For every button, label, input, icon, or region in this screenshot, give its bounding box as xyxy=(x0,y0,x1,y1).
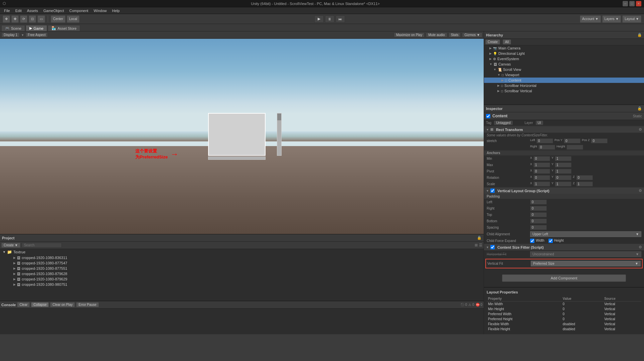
clear-btn[interactable]: Clear xyxy=(17,302,30,307)
maximize-on-play[interactable]: Maximize on Play xyxy=(394,32,425,37)
project-create-btn[interactable]: Create ▼ xyxy=(1,243,20,248)
close-button[interactable]: ✕ xyxy=(636,1,641,6)
project-folder-item[interactable]: ▼ 📁 Textrue xyxy=(0,249,484,255)
inspector-lock-btn[interactable]: 🔒 xyxy=(637,106,642,111)
rot-y[interactable] xyxy=(555,175,572,180)
scale-y[interactable] xyxy=(555,182,572,187)
project-file-item[interactable]: ▶🖼cropped-1920-1080-877547 xyxy=(0,260,484,266)
hierarchy-item[interactable]: ▶□ Content xyxy=(484,78,644,83)
tool-scale[interactable]: ⊡ xyxy=(29,15,36,23)
posy-field[interactable] xyxy=(564,138,581,143)
vlg-settings-icon[interactable]: ⚙ xyxy=(639,189,642,193)
menu-component[interactable]: Component xyxy=(66,8,91,13)
pause-button[interactable]: ⏸ xyxy=(325,15,334,23)
tab-scene[interactable]: 🎮 Scene xyxy=(1,25,25,31)
height-field-rt[interactable] xyxy=(567,145,583,150)
vlg-top-field[interactable] xyxy=(530,212,547,217)
vlg-bottom-field[interactable] xyxy=(530,219,547,224)
vlg-right-field[interactable] xyxy=(530,206,547,211)
menu-edit[interactable]: Edit xyxy=(13,8,24,13)
tool-rect[interactable]: ▭ xyxy=(37,15,45,23)
scale-z[interactable] xyxy=(576,182,593,187)
menu-assets[interactable]: Assets xyxy=(24,8,41,13)
menu-gameobject[interactable]: GameObject xyxy=(41,8,67,13)
hierarchy-item[interactable]: ▶□ Scrollbar Vertical xyxy=(484,88,644,94)
scale-x[interactable] xyxy=(533,182,550,187)
hierarchy-item[interactable]: ▼□ Viewport xyxy=(484,72,644,78)
tab-asset-store[interactable]: 🏪 Asset Store xyxy=(48,25,80,31)
project-lock-btn[interactable]: 🔒 xyxy=(477,236,482,240)
layout-dropdown[interactable]: Layout ▼ xyxy=(622,15,641,23)
rect-transform-settings-icon[interactable]: ⚙ xyxy=(639,127,642,132)
layer-dropdown[interactable]: UI xyxy=(536,121,543,125)
error-pause-btn[interactable]: Error Pause xyxy=(76,302,99,307)
mute-audio[interactable]: Mute audio xyxy=(426,32,447,37)
step-button[interactable]: ⏭ xyxy=(336,15,345,23)
anchor-max-y[interactable] xyxy=(555,162,572,167)
hierarchy-lock-btn[interactable]: 🔒 xyxy=(637,33,642,37)
vlg-left-field[interactable] xyxy=(530,200,547,205)
vlg-child-align-dropdown[interactable]: Upper Left ▼ xyxy=(530,231,641,237)
project-settings-btn[interactable]: ☰ xyxy=(479,243,482,247)
hierarchy-item[interactable]: ▶□ Scrollbar Horizontal xyxy=(484,83,644,88)
hierarchy-item[interactable]: ▶💡 Directional Light xyxy=(484,51,644,56)
menu-window[interactable]: Window xyxy=(91,8,109,13)
csf-checkbox[interactable] xyxy=(490,245,495,249)
anchor-max-x[interactable] xyxy=(533,162,550,167)
anchor-min-x[interactable] xyxy=(533,156,550,161)
rot-x[interactable] xyxy=(533,175,550,180)
tag-dropdown[interactable]: Untagged xyxy=(494,121,512,125)
gizmos-dropdown[interactable]: Gizmos ▼ xyxy=(462,32,482,37)
posz-field[interactable] xyxy=(591,138,608,143)
hierarchy-all-btn[interactable]: All xyxy=(503,39,511,44)
collapse-btn[interactable]: Collapse xyxy=(31,302,49,307)
project-file-item[interactable]: ▶🖼cropped-1920-1080-879628 xyxy=(0,271,484,276)
pivot-center-btn[interactable]: Center xyxy=(51,15,65,23)
hierarchy-item[interactable]: ▶⚙ EventSystem xyxy=(484,56,644,62)
vlg-spacing-field[interactable] xyxy=(530,225,547,230)
stats-btn[interactable]: Stats xyxy=(449,32,461,37)
play-button[interactable]: ▶ xyxy=(314,15,324,23)
pivot-x[interactable] xyxy=(533,169,550,174)
right-field[interactable] xyxy=(538,145,555,150)
maximize-button[interactable]: □ xyxy=(629,1,635,6)
layers-dropdown[interactable]: Layers ▼ xyxy=(602,15,621,23)
project-file-item[interactable]: ▶🖼cropped-1920-1080-980751 xyxy=(0,282,484,287)
vlg-header[interactable]: ▼ Vertical Layout Group (Script) ⚙ xyxy=(484,188,644,194)
add-component-btn[interactable]: Add Component xyxy=(502,274,626,282)
tab-game[interactable]: ▶ Game xyxy=(26,25,47,31)
vlg-checkbox[interactable] xyxy=(490,189,495,193)
csf-header[interactable]: ▼ Content Size Fitter (Script) ⚙ xyxy=(484,244,644,250)
tool-move[interactable]: ✤ xyxy=(11,15,19,23)
tool-hand[interactable]: ✥ xyxy=(3,15,10,23)
aspect-dropdown[interactable]: Free Aspect xyxy=(25,32,48,37)
clear-on-play-btn[interactable]: Clear on Play xyxy=(50,302,75,307)
csf-vertical-dropdown[interactable]: Preferred Size ▼ xyxy=(531,261,641,266)
csf-settings-icon[interactable]: ⚙ xyxy=(639,245,642,249)
hierarchy-create-btn[interactable]: Create xyxy=(485,39,500,44)
hierarchy-item[interactable]: ▶📷 Main Camera xyxy=(484,45,644,51)
tool-rotate[interactable]: ⟳ xyxy=(20,15,27,23)
pivot-y[interactable] xyxy=(555,169,572,174)
csf-horizontal-dropdown[interactable]: Unconstrained ▼ xyxy=(530,251,641,257)
menu-file[interactable]: File xyxy=(1,8,13,13)
menu-help[interactable]: Help xyxy=(109,8,122,13)
minimize-button[interactable]: ─ xyxy=(623,1,628,6)
project-file-item[interactable]: ▶🖼cropped-1920-1080-877551 xyxy=(0,266,484,271)
hierarchy-item[interactable]: ▼🖼 Canvas xyxy=(484,62,644,67)
display-dropdown[interactable]: Display 1 xyxy=(1,32,20,37)
rot-z[interactable] xyxy=(576,175,593,180)
vlg-height-checkbox[interactable] xyxy=(548,239,553,243)
space-local-btn[interactable]: Local xyxy=(67,15,79,23)
hierarchy-item[interactable]: ▼📜 Scroll View xyxy=(484,67,644,72)
anchor-min-y[interactable] xyxy=(555,156,572,161)
account-dropdown[interactable]: Account ▼ xyxy=(580,15,601,23)
vlg-width-checkbox[interactable] xyxy=(530,239,534,243)
left-field[interactable] xyxy=(536,138,553,143)
project-file-item[interactable]: ▶🖼cropped-1920-1080-836311 xyxy=(0,255,484,260)
project-file-item[interactable]: ▶🖼cropped-1920-1080-879629 xyxy=(0,276,484,282)
project-view-btn[interactable]: ⊞ xyxy=(475,243,478,247)
obj-active-checkbox[interactable] xyxy=(486,114,490,118)
rect-transform-header[interactable]: ▼ ⊞ Rect Transform ⚙ xyxy=(484,126,644,133)
project-search-input[interactable] xyxy=(22,243,62,248)
